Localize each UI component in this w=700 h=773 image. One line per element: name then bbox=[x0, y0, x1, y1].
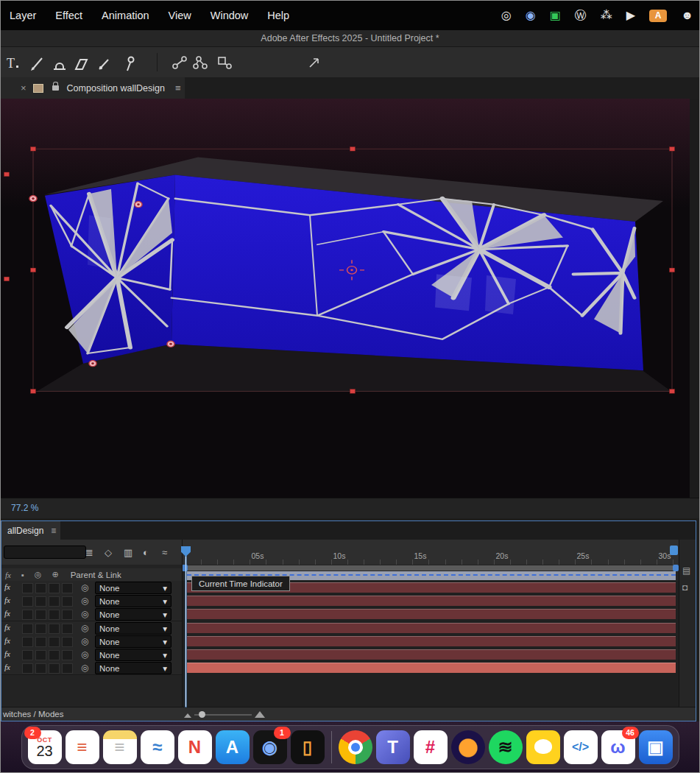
close-icon[interactable]: × bbox=[21, 82, 26, 93]
people-icon[interactable]: ⁂ bbox=[601, 10, 612, 21]
switch-cell[interactable] bbox=[62, 637, 73, 647]
user-circle-icon[interactable]: ☻ bbox=[681, 10, 693, 21]
switch-cell[interactable] bbox=[35, 583, 46, 593]
switch-cell[interactable] bbox=[35, 624, 46, 634]
lock-icon[interactable] bbox=[52, 85, 59, 91]
switch-cell[interactable] bbox=[35, 637, 46, 647]
pickwhip-icon[interactable]: ◎ bbox=[81, 636, 88, 646]
zoom-level[interactable]: 77.2 % bbox=[11, 503, 38, 513]
comp-marker-bin-icon[interactable]: ◘ bbox=[682, 582, 687, 593]
switch-cell[interactable] bbox=[35, 610, 46, 620]
switch-cell[interactable] bbox=[22, 583, 33, 593]
chrome-app-icon[interactable] bbox=[339, 730, 372, 764]
menu-help[interactable]: Help bbox=[267, 10, 289, 21]
a-badge-icon[interactable]: A bbox=[649, 10, 667, 22]
firefox-app-icon[interactable] bbox=[451, 730, 485, 764]
panel-menu-icon[interactable]: ≡ bbox=[175, 82, 181, 93]
parent-link-dropdown[interactable]: None▾ bbox=[95, 608, 172, 621]
pickwhip-icon[interactable]: ◎ bbox=[81, 582, 88, 593]
fx-badge[interactable]: fx bbox=[4, 649, 10, 658]
appstore-app-icon[interactable]: A bbox=[216, 730, 250, 764]
switch-cell[interactable] bbox=[49, 596, 60, 607]
lists-app-icon[interactable]: ≡ bbox=[66, 730, 99, 764]
layer-duration-bar[interactable] bbox=[187, 649, 676, 660]
switch-cell[interactable] bbox=[22, 624, 33, 634]
layer-duration-bar[interactable] bbox=[187, 663, 676, 673]
layer-row[interactable]: fx ◎ None▾ bbox=[1, 581, 182, 595]
switch-cell[interactable] bbox=[62, 650, 73, 660]
fx-badge[interactable]: fx bbox=[4, 582, 10, 591]
timeline-zoom-knob[interactable] bbox=[199, 711, 205, 718]
switch-cell[interactable] bbox=[49, 624, 60, 634]
layer-duration-bar[interactable] bbox=[187, 596, 676, 606]
snap-arrow-icon[interactable] bbox=[308, 57, 322, 68]
switch-cell[interactable] bbox=[49, 583, 60, 593]
blue-window-app-icon[interactable]: ▣ bbox=[639, 730, 673, 764]
pickwhip-icon[interactable]: ◎ bbox=[81, 596, 88, 606]
type-tool[interactable]: T bbox=[7, 56, 18, 71]
layer-row[interactable]: fx ◎ None▾ bbox=[1, 607, 182, 621]
parent-link-dropdown[interactable]: None▾ bbox=[95, 649, 172, 661]
menu-layer[interactable]: Layer bbox=[10, 10, 36, 21]
draft-3d-icon[interactable]: ◇ bbox=[105, 548, 112, 557]
node-box-icon[interactable] bbox=[219, 57, 231, 68]
parent-link-dropdown[interactable]: None▾ bbox=[95, 582, 172, 594]
switch-cell[interactable] bbox=[22, 596, 33, 607]
parent-link-dropdown[interactable]: None▾ bbox=[95, 622, 172, 635]
timeline-search-input[interactable] bbox=[4, 546, 86, 559]
parent-link-dropdown[interactable]: None▾ bbox=[95, 635, 172, 648]
switch-cell[interactable] bbox=[62, 624, 73, 634]
time-navigator-bar[interactable] bbox=[185, 565, 676, 571]
node-chain-icon[interactable] bbox=[194, 57, 207, 68]
layer-row[interactable]: fx ◎ None▾ bbox=[1, 621, 182, 635]
zoom-in-mountain-icon[interactable] bbox=[255, 711, 265, 718]
w-circle-icon[interactable]: Ⓦ bbox=[575, 10, 587, 21]
iphone-mirroring-app-icon[interactable]: ▯ bbox=[291, 730, 325, 764]
switch-cell[interactable] bbox=[22, 650, 33, 660]
switch-cell[interactable] bbox=[35, 596, 46, 607]
menu-window[interactable]: Window bbox=[211, 10, 249, 21]
pickwhip-icon[interactable]: ◎ bbox=[81, 609, 88, 619]
pickwhip-column-icon[interactable]: ◎ bbox=[35, 570, 42, 579]
navigator-end-grip[interactable] bbox=[673, 565, 679, 571]
switch-cell[interactable] bbox=[35, 663, 46, 674]
switch-cell[interactable] bbox=[49, 650, 60, 660]
vscode-app-icon[interactable]: </> bbox=[564, 730, 598, 764]
obs-icon[interactable]: ◎ bbox=[501, 10, 512, 21]
calendar-app-icon[interactable]: 2 OCT 23 bbox=[28, 730, 62, 764]
duck-app-icon[interactable] bbox=[526, 730, 560, 764]
layer-row[interactable]: fx ◎ None▾ bbox=[1, 594, 182, 608]
layer-duration-bar[interactable] bbox=[187, 609, 676, 619]
comp-end-marker[interactable] bbox=[670, 546, 678, 555]
composition-tab[interactable]: × Composition wallDesign ≡ bbox=[1, 77, 185, 99]
slack-app-icon[interactable]: # bbox=[414, 730, 448, 764]
pickwhip-icon[interactable]: ◎ bbox=[81, 663, 88, 673]
parent-link-dropdown[interactable]: None▾ bbox=[95, 662, 172, 674]
fx-badge[interactable]: fx bbox=[4, 623, 10, 632]
viewport-canvas[interactable] bbox=[1, 99, 700, 498]
comp-mini-flowchart-icon[interactable]: ≣ bbox=[85, 548, 93, 557]
layer-duration-bar[interactable] bbox=[187, 623, 676, 633]
spotify-app-icon[interactable]: ≋ bbox=[489, 730, 523, 764]
menu-view[interactable]: View bbox=[169, 10, 191, 21]
menu-effect[interactable]: Effect bbox=[55, 10, 82, 21]
switch-cell[interactable] bbox=[49, 663, 60, 674]
teams-app-icon[interactable]: T bbox=[376, 730, 410, 764]
switch-cell[interactable] bbox=[22, 610, 33, 620]
switches-column-icon[interactable]: ▪ bbox=[21, 571, 24, 579]
eraser-tool[interactable] bbox=[76, 60, 87, 69]
meet-icon[interactable]: ◉ bbox=[526, 10, 536, 21]
pickwhip-icon[interactable]: ◎ bbox=[81, 649, 88, 660]
column-divider[interactable] bbox=[182, 540, 183, 707]
clone-stamp-tool[interactable] bbox=[54, 63, 66, 69]
pickwhip-icon[interactable]: ◎ bbox=[81, 623, 88, 633]
motion-blur-icon[interactable]: ≈ bbox=[162, 548, 167, 557]
switch-cell[interactable] bbox=[35, 650, 46, 660]
switch-cell[interactable] bbox=[62, 610, 73, 620]
fx-badge[interactable]: fx bbox=[4, 609, 10, 618]
notes-app-icon[interactable]: ≡ bbox=[103, 730, 137, 764]
camera-app-icon[interactable]: 1 ◉ bbox=[253, 730, 287, 764]
zoom-out-mountain-icon[interactable] bbox=[184, 713, 191, 718]
layer-duration-bar[interactable] bbox=[187, 636, 676, 646]
switch-cell[interactable] bbox=[62, 596, 73, 607]
